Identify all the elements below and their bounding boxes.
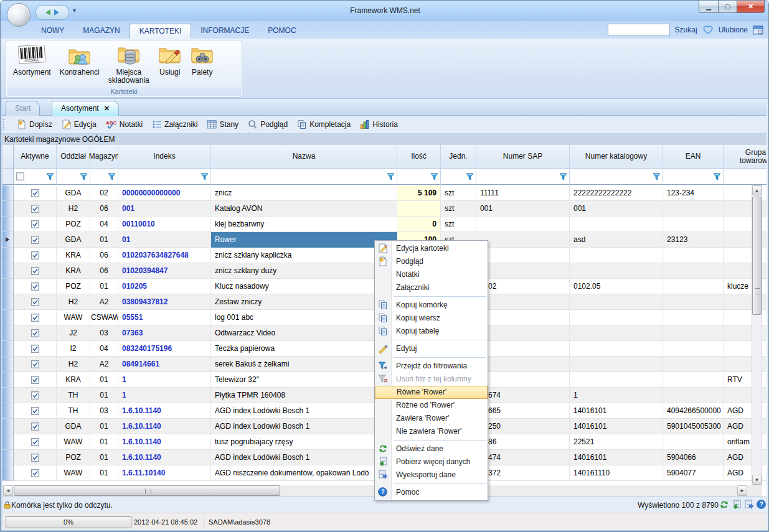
- doc-tab-start[interactable]: Start: [6, 101, 40, 116]
- menu-item-podgl-d[interactable]: Podgląd: [375, 255, 488, 268]
- cell-oddzial[interactable]: WAW: [57, 310, 90, 325]
- cell-katalog[interactable]: 1: [570, 388, 663, 403]
- toolbar-button-stany[interactable]: Stany: [207, 119, 238, 129]
- toolbar-button-podgl-d[interactable]: Podgląd: [248, 119, 288, 129]
- toolbar-button-za-czniki[interactable]: Załączniki: [152, 119, 197, 129]
- filter-funnel-indeks[interactable]: [201, 173, 209, 182]
- cell-nazwa[interactable]: AGD index Lodówki Bosch 1: [211, 403, 397, 419]
- cell-nazwa[interactable]: Płytka TPMR 160408: [211, 388, 397, 403]
- cell-nazwa[interactable]: log 001 abc: [211, 310, 397, 325]
- row-checkbox[interactable]: [31, 424, 39, 432]
- cell-aktywne[interactable]: [14, 434, 57, 450]
- menu-item-kopiuj-tabel-[interactable]: Kopiuj tabelę: [375, 325, 488, 338]
- cell-oddzial[interactable]: TH: [57, 403, 90, 419]
- row-checkbox[interactable]: [31, 237, 39, 246]
- cell-sap[interactable]: 86: [476, 434, 570, 450]
- cell-oddzial[interactable]: J2: [57, 325, 90, 341]
- cell-oddzial[interactable]: H2: [57, 357, 90, 372]
- row-indicator[interactable]: [2, 419, 14, 434]
- cell-ean[interactable]: [663, 294, 724, 310]
- favorites-button[interactable]: Ulubione: [719, 26, 748, 34]
- row-indicator[interactable]: [2, 185, 14, 201]
- cell-magazyn[interactable]: CSWAW: [90, 310, 118, 325]
- ribbon-tab-magazyn[interactable]: MAGAZYN: [73, 24, 129, 39]
- hscroll-thumb[interactable]: [14, 485, 280, 496]
- cell-sap[interactable]: [476, 263, 570, 279]
- cell-sap[interactable]: [476, 217, 570, 232]
- cell-katalog[interactable]: [570, 341, 663, 357]
- column-header-oddzial[interactable]: Oddział: [57, 145, 90, 169]
- cell-nazwa[interactable]: klej bezbarwny: [211, 217, 397, 232]
- cell-aktywne[interactable]: [14, 310, 57, 325]
- menu-item-nie-zawiera-rower-[interactable]: Nie zawiera 'Rower': [375, 425, 488, 438]
- fetch-more-icon[interactable]: [732, 500, 742, 510]
- row-checkbox[interactable]: [31, 268, 39, 277]
- cell-magazyn[interactable]: 04: [90, 341, 118, 357]
- qat-dropdown-icon[interactable]: ▾: [73, 7, 76, 14]
- cell-aktywne[interactable]: [14, 341, 57, 357]
- toolbar-button-edycja[interactable]: Edycja: [62, 119, 97, 129]
- cell-ean[interactable]: [663, 372, 724, 388]
- row-checkbox[interactable]: [31, 455, 39, 464]
- cell-katalog[interactable]: 0102.05: [570, 279, 663, 294]
- cell-magazyn[interactable]: 03: [90, 325, 118, 341]
- column-header-ean[interactable]: EAN: [663, 145, 724, 169]
- cell-katalog[interactable]: 14016101: [570, 450, 663, 465]
- filter-funnel-jedn[interactable]: [466, 173, 474, 182]
- cell-nazwa[interactable]: serek Bakuś z żelkami: [211, 357, 397, 372]
- cell-aktywne[interactable]: [14, 325, 57, 341]
- back-icon[interactable]: [42, 9, 50, 16]
- menu-item-przejd-do-filtrowania[interactable]: Przejdź do filtrowania: [375, 360, 488, 373]
- cell-katalog[interactable]: [570, 294, 663, 310]
- row-checkbox[interactable]: [31, 206, 39, 215]
- filter-funnel-katalog[interactable]: [653, 173, 661, 182]
- filter-cell-katalog[interactable]: [570, 169, 663, 185]
- cell-katalog[interactable]: 140161110: [570, 465, 663, 481]
- column-header-aktywne[interactable]: Aktywne: [14, 145, 57, 169]
- menu-item-wyeksportuj-dane[interactable]: Wyeksportuj dane: [375, 469, 488, 482]
- minimize-button[interactable]: ▁: [699, 1, 719, 13]
- row-indicator[interactable]: [2, 465, 14, 481]
- cell-oddzial[interactable]: KRA: [57, 263, 90, 279]
- scroll-up-button[interactable]: ▲: [752, 185, 762, 195]
- ribbon-item-palety[interactable]: Palety: [186, 42, 219, 78]
- ribbon-item-miejsca-sk-adowania[interactable]: Miejscaskładowania: [104, 42, 154, 86]
- cell-nazwa[interactable]: Klucz nasadowy: [211, 279, 397, 294]
- filter-cell-oddzial[interactable]: [57, 169, 90, 185]
- cell-sap[interactable]: 001: [476, 201, 570, 217]
- cell-magazyn[interactable]: 06: [90, 201, 118, 217]
- cell-nazwa[interactable]: Telewizor 32": [211, 372, 397, 388]
- column-header-grupa[interactable]: Grupa towarowa: [724, 145, 767, 169]
- cell-sap[interactable]: [476, 372, 570, 388]
- cell-aktywne[interactable]: [14, 217, 57, 232]
- filter-cell-ean[interactable]: [663, 169, 724, 185]
- filter-funnel-oddzial[interactable]: [80, 173, 88, 182]
- cell-katalog[interactable]: 14016101: [570, 403, 663, 419]
- column-header-magazyn[interactable]: Magazyn: [90, 145, 118, 169]
- filter-funnel-nazwa[interactable]: [387, 173, 395, 182]
- cell-sap[interactable]: [476, 341, 570, 357]
- cell-ilosc[interactable]: 5 109: [397, 185, 441, 201]
- cell-indeks[interactable]: 00110010: [118, 217, 211, 232]
- cell-sap[interactable]: [476, 357, 570, 372]
- menu-item-usu-filtr-z-tej-kolumny[interactable]: Usuń filtr z tej kolumny: [375, 373, 488, 386]
- cell-katalog[interactable]: [570, 263, 663, 279]
- cell-magazyn[interactable]: 01: [90, 434, 118, 450]
- filter-cell-aktywne[interactable]: [14, 169, 57, 185]
- cell-magazyn[interactable]: 02: [90, 185, 118, 201]
- cell-magazyn[interactable]: 01: [90, 450, 118, 465]
- cell-katalog[interactable]: [570, 357, 663, 372]
- cell-ean[interactable]: [663, 248, 724, 263]
- cell-ean[interactable]: 23123: [663, 232, 724, 248]
- cell-aktywne[interactable]: [14, 263, 57, 279]
- cell-katalog[interactable]: [570, 248, 663, 263]
- cell-sap[interactable]: 372: [476, 465, 570, 481]
- row-checkbox[interactable]: [31, 190, 39, 199]
- row-indicator[interactable]: [2, 325, 14, 341]
- cell-nazwa[interactable]: Katalog AVON: [211, 201, 397, 217]
- row-checkbox[interactable]: [31, 362, 39, 370]
- cell-indeks[interactable]: 1: [118, 388, 211, 403]
- cell-sap[interactable]: 11111: [476, 185, 570, 201]
- filter-cell-indeks[interactable]: [118, 169, 211, 185]
- row-checkbox[interactable]: [31, 253, 39, 261]
